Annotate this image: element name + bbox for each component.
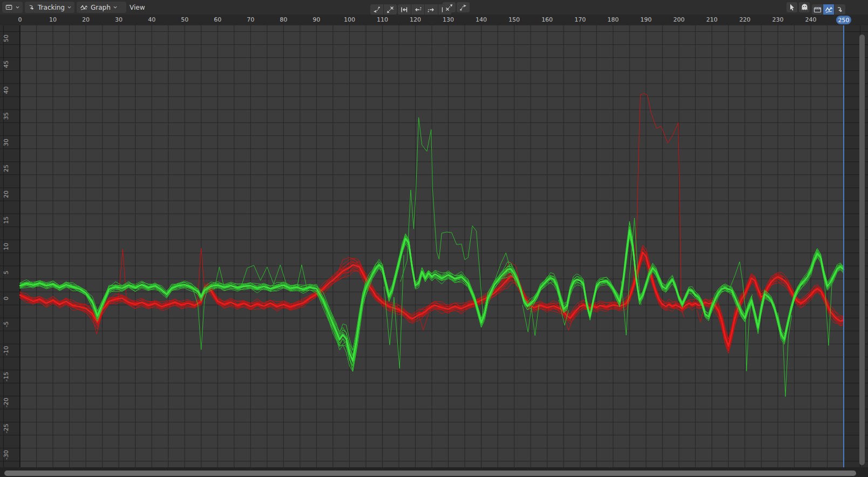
value-axis-tick-label: 0 (3, 292, 10, 304)
value-axis-tick-label: 35 (3, 110, 10, 122)
clip-display-icon (813, 6, 822, 13)
ruler-tick-label: 210 (706, 16, 717, 23)
graph-display-icon (825, 6, 833, 13)
frame-ruler[interactable]: 250 010203040506070809010011012013014015… (0, 15, 868, 26)
graph-view-icon (80, 4, 88, 11)
track-clear-backward-group (370, 2, 397, 12)
ruler-tick-label: 190 (640, 16, 652, 23)
view-menu-label: View (130, 4, 145, 11)
current-frame-indicator[interactable]: 250 (836, 16, 851, 24)
track-backwards-icon (372, 5, 381, 14)
ruler-tick-label: 20 (82, 16, 90, 23)
ruler-tick-label: 130 (443, 16, 454, 23)
ruler-tick-label: 230 (772, 16, 783, 23)
chevron-down-icon (67, 6, 71, 9)
graph-plot-area[interactable]: 50454035302520151050-5-10-15-20-25-30 (0, 25, 868, 467)
ruler-tick-label: 90 (313, 16, 320, 23)
next-keyframe-button[interactable] (425, 4, 438, 15)
graph-view-label: Graph (91, 4, 111, 11)
graph-display-toggle[interactable] (823, 4, 834, 15)
value-axis-tick-label: -5 (3, 318, 10, 330)
value-axis-tick-label: 10 (3, 241, 10, 253)
value-axis-tick-label: 15 (3, 214, 10, 226)
vertical-scrollbar[interactable] (859, 35, 865, 465)
ruler-tick-label: 80 (280, 16, 287, 23)
ruler-tick-label: 140 (476, 16, 487, 23)
clear-track-before-button[interactable] (384, 4, 397, 15)
ruler-tick-label: 40 (148, 16, 155, 23)
track-backwards-button[interactable] (370, 4, 383, 15)
value-axis-tick-label: -20 (3, 397, 10, 408)
tracking-display-icon (836, 6, 844, 13)
value-axis-tick-label: 20 (3, 188, 10, 200)
value-axis-tick-label: -15 (3, 371, 10, 383)
ruler-tick-label: 0 (18, 16, 22, 23)
clip-graph-editor: Tracking Graph View (0, 0, 868, 477)
ruler-tick-label: 30 (115, 16, 123, 23)
cursor-select-icon (788, 3, 796, 11)
ruler-tick-label: 160 (541, 16, 553, 23)
ruler-tick-label: 170 (574, 16, 586, 23)
show-only-selected-toggle[interactable] (786, 2, 797, 12)
horizontal-scrollbar[interactable] (4, 471, 856, 476)
ruler-tick-label: 50 (181, 16, 188, 23)
previous-keyframe-icon (413, 5, 422, 14)
clear-track-after-icon (445, 3, 453, 12)
clip-editor-icon (5, 4, 13, 11)
ruler-tick-label: 150 (508, 16, 520, 23)
ruler-tick-label: 200 (673, 16, 684, 23)
value-axis-tick-label: -25 (3, 423, 10, 434)
ruler-tick-label: 10 (49, 16, 57, 23)
jump-to-start-icon (400, 5, 409, 14)
ruler-tick-label: 100 (344, 16, 355, 23)
value-axis-tick-label: -30 (3, 449, 10, 461)
clear-track-before-icon (386, 5, 395, 14)
ruler-tick-label: 240 (805, 16, 816, 23)
tracking-display-toggle[interactable] (835, 4, 845, 15)
ruler-tick-label: 70 (247, 16, 254, 23)
ruler-tick-label: 110 (377, 16, 388, 23)
value-axis-tick-label: 25 (3, 162, 10, 174)
tracking-curve-icon (28, 4, 35, 11)
tracking-mode-dropdown[interactable]: Tracking (25, 2, 74, 13)
previous-keyframe-button[interactable] (411, 4, 424, 15)
chevron-down-icon (113, 6, 117, 9)
graph-view-dropdown[interactable]: Graph (77, 2, 126, 13)
value-axis-tick-label: 50 (3, 32, 10, 44)
ghost-icon (801, 3, 809, 11)
track-forwards-icon (459, 3, 467, 12)
jump-to-start-button[interactable] (398, 4, 411, 15)
show-hidden-toggle[interactable] (799, 2, 810, 12)
tracking-error-curves (0, 25, 868, 467)
track-forwards-button[interactable] (457, 2, 470, 12)
clip-display-toggle[interactable] (812, 4, 823, 15)
editor-type-dropdown[interactable] (2, 2, 23, 13)
editor-header: Tracking Graph View (0, 0, 868, 15)
ruler-tick-label: 220 (739, 16, 750, 23)
value-axis-tick-label: 30 (3, 137, 10, 148)
ruler-tick-label: 120 (410, 16, 421, 23)
value-axis-tick-label: 40 (3, 84, 10, 96)
value-axis-tick-label: -10 (3, 345, 10, 357)
value-axis-tick-label: 45 (3, 58, 10, 70)
view-menu[interactable]: View (125, 2, 149, 13)
clear-track-after-button[interactable] (443, 2, 456, 12)
display-toggle-group (812, 2, 845, 12)
ruler-tick-label: 60 (214, 16, 221, 23)
next-keyframe-icon (427, 5, 436, 14)
tracking-mode-label: Tracking (38, 4, 65, 11)
chevron-down-icon (16, 6, 19, 9)
value-axis-tick-label: 5 (3, 267, 10, 278)
ruler-tick-label: 180 (607, 16, 619, 23)
